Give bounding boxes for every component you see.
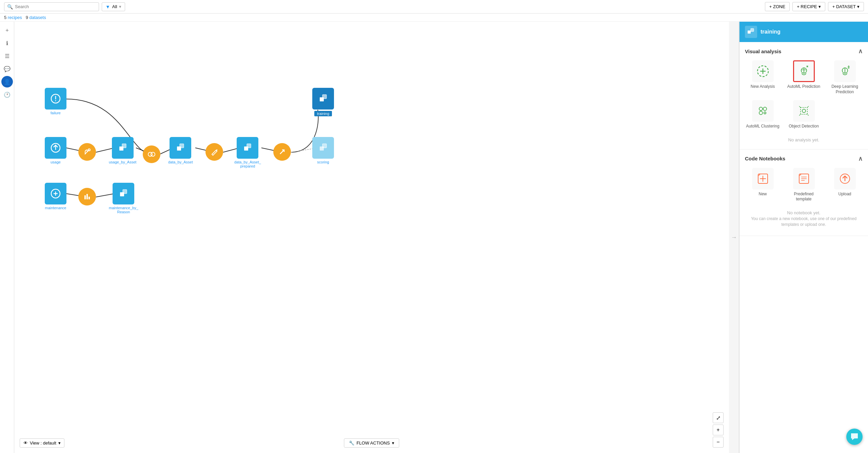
flow-canvas: failure usage maintenance: [14, 22, 729, 453]
view-chevron-icon: ▾: [58, 440, 61, 446]
recipe-circle-usage: [78, 143, 96, 161]
recipe-circle-score: [273, 143, 291, 161]
collapse-notebooks[interactable]: ∧: [858, 155, 863, 162]
node-usage[interactable]: usage: [45, 137, 66, 164]
recipe-node-usage[interactable]: [78, 143, 96, 161]
predefined-notebook-icon-wrap: [793, 168, 815, 190]
svg-rect-28: [180, 144, 184, 148]
node-data-by-asset[interactable]: data_by_Asset: [168, 137, 193, 164]
node-training[interactable]: training: [312, 88, 334, 116]
view-select[interactable]: 👁 View : default ▾: [20, 438, 64, 448]
svg-line-51: [799, 106, 801, 107]
svg-line-52: [807, 106, 809, 107]
left-icon-clock[interactable]: 🕐: [1, 89, 13, 100]
notebook-item-predefined[interactable]: Predefined template: [786, 168, 822, 202]
node-label-usage: usage: [51, 160, 61, 164]
analysis-item-new-analysis[interactable]: New Analysis: [745, 60, 781, 95]
deep-learning-icon-wrap: [834, 60, 856, 82]
node-box-usage: [45, 137, 66, 159]
zoom-out-button[interactable]: −: [713, 437, 724, 448]
recipe-node-join[interactable]: [143, 145, 160, 163]
node-box-scoring: [312, 137, 334, 159]
code-notebooks-section: Code Notebooks ∧ New: [739, 150, 868, 236]
analysis-item-automl-prediction[interactable]: AutoML Prediction: [786, 60, 822, 95]
node-label-training: training: [314, 111, 332, 116]
left-icon-chat[interactable]: 💬: [1, 63, 13, 75]
recipe-circle-prepare: [205, 143, 223, 161]
recipes-count: 5: [4, 15, 6, 20]
expand-button[interactable]: ⤢: [713, 412, 724, 423]
left-icon-table[interactable]: ☰: [1, 50, 13, 62]
object-detection-icon-wrap: [793, 100, 815, 122]
recipe-circle-join: [143, 145, 160, 163]
node-label-usage-by-asset: usage_by_Asset: [109, 160, 136, 164]
zone-button[interactable]: + ZONE: [765, 2, 790, 11]
new-analysis-label: New Analysis: [751, 84, 775, 90]
node-label-failure: failure: [51, 111, 61, 115]
recipe-node-prepare[interactable]: [205, 143, 223, 161]
recipe-button[interactable]: + RECIPE ▾: [792, 2, 825, 11]
flow-actions-button[interactable]: 🔧 FLOW ACTIONS ▾: [344, 438, 399, 448]
search-box[interactable]: 🔍: [4, 2, 99, 11]
recipes-link[interactable]: recipes: [8, 15, 22, 20]
notebook-item-new[interactable]: New: [745, 168, 781, 202]
svg-rect-18: [84, 195, 86, 199]
svg-point-46: [763, 107, 767, 111]
new-notebook-label: New: [758, 192, 767, 197]
left-icon-bar: ＋ ℹ ☰ 💬 👤 🕐: [0, 22, 14, 453]
node-usage-by-asset[interactable]: usage_by_Asset: [109, 137, 136, 164]
svg-rect-22: [122, 144, 126, 148]
svg-point-50: [802, 109, 806, 113]
code-notebooks-header: Code Notebooks ∧: [745, 155, 863, 162]
node-failure[interactable]: failure: [45, 88, 66, 115]
search-input[interactable]: [15, 4, 96, 9]
node-data-by-asset-prepared[interactable]: data_by_Asset_ prepared: [234, 137, 261, 168]
svg-line-54: [807, 114, 809, 116]
no-analysis-text: No analysis yet.: [745, 135, 863, 144]
node-label-maintenance-by-reason: maintenance_by_ Reason: [109, 206, 138, 214]
datasets-link[interactable]: datasets: [29, 15, 46, 20]
left-icon-info[interactable]: ℹ: [1, 37, 13, 49]
notebook-item-upload[interactable]: Upload: [827, 168, 863, 202]
analysis-item-object-detection[interactable]: Object Detection: [786, 100, 822, 129]
analysis-item-deep-learning[interactable]: Deep Learning Prediction: [827, 60, 863, 95]
dataset-button[interactable]: + DATASET ▾: [828, 2, 864, 11]
filter-icon: ▼: [105, 4, 110, 9]
recipe-node-maintenance[interactable]: [78, 188, 96, 205]
new-analysis-icon-wrap: [752, 60, 774, 82]
left-icon-user[interactable]: 👤: [1, 76, 13, 87]
svg-rect-35: [748, 31, 751, 34]
notebooks-grid: New Predefined template: [745, 168, 863, 202]
node-maintenance[interactable]: maintenance: [45, 183, 66, 210]
recipe-btn-label: + RECIPE: [797, 4, 817, 9]
node-scoring[interactable]: scoring: [312, 137, 334, 164]
filter-label: All: [112, 4, 117, 9]
sidebar-title: training: [761, 29, 781, 35]
visual-analysis-header: Visual analysis ∧: [745, 47, 863, 55]
code-notebooks-title: Code Notebooks: [745, 156, 785, 161]
svg-rect-19: [86, 194, 88, 199]
node-maintenance-by-reason[interactable]: maintenance_by_ Reason: [109, 183, 138, 214]
filter-chevron-icon: ▾: [119, 4, 121, 9]
analysis-item-automl-clustering[interactable]: AutoML Clustering: [745, 100, 781, 129]
svg-point-47: [759, 111, 763, 115]
zoom-in-button[interactable]: +: [713, 425, 724, 435]
node-box-data-by-asset: [170, 137, 191, 159]
collapse-visual-analysis[interactable]: ∧: [858, 47, 863, 55]
canvas-controls: ⤢ + −: [713, 412, 724, 448]
flow-actions-chevron-icon: ▾: [392, 440, 394, 446]
svg-rect-20: [88, 197, 90, 199]
chat-fab[interactable]: [846, 429, 863, 445]
left-icon-add[interactable]: ＋: [1, 24, 13, 36]
node-label-data-by-asset: data_by_Asset: [168, 160, 193, 164]
dataset-chevron-icon: ▾: [857, 4, 860, 9]
node-label-scoring: scoring: [317, 160, 329, 164]
svg-rect-36: [751, 28, 754, 32]
object-detection-label: Object Detection: [789, 124, 819, 129]
svg-rect-24: [123, 190, 127, 194]
dataset-btn-label: + DATASET: [832, 4, 856, 9]
new-notebook-icon-wrap: [752, 168, 774, 190]
recipe-node-score[interactable]: [273, 143, 291, 161]
toolbar: 🔍 ▼ All ▾ + ZONE + RECIPE ▾ + DATASET ▾: [0, 0, 868, 14]
filter-box[interactable]: ▼ All ▾: [102, 2, 125, 11]
